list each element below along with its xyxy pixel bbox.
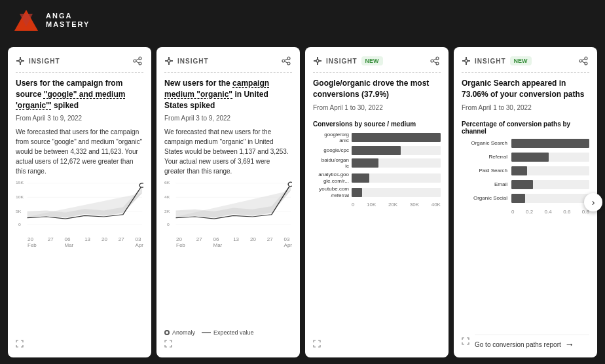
- svg-point-7: [139, 62, 141, 65]
- svg-point-45: [436, 62, 439, 65]
- card-1-x-axis: 20Feb 27 06Mar 13 20 27 03Apr: [16, 236, 143, 248]
- card-2-date: From April 3 to 9, 2022: [164, 115, 292, 122]
- card-1-body: We forecasted that users for the campaig…: [16, 127, 143, 176]
- h-bar-row-1: Organic Search: [462, 139, 589, 148]
- svg-line-27: [285, 59, 287, 60]
- card-2: INSIGHT New users for the campaign mediu…: [156, 47, 300, 357]
- bar-fill-1: [352, 133, 441, 142]
- svg-point-20: [139, 183, 143, 187]
- card-4-axis: 0 0.2 0.4 0.6 0.8: [462, 209, 589, 215]
- card-1-header-right: [132, 55, 143, 67]
- card-4: INSIGHT New Organic Search appeared in 7…: [454, 47, 597, 357]
- card-3-section-title: Conversions by source / medium: [313, 120, 441, 128]
- bar-label-3: baidu/organic: [313, 157, 349, 170]
- line-chart-svg-1: 15K 10K 5K 0: [16, 180, 143, 232]
- bar-track-1: [352, 133, 441, 142]
- card-3-axis: 0 10K 20K 30K 40K: [313, 202, 441, 208]
- anomaly-label: Anomaly: [172, 329, 195, 336]
- card-2-x-axis: 20Feb 27 06Mar 13 20 27 03Apr: [164, 236, 292, 248]
- card-3-bars: google/organic google/cpc baidu/organic: [313, 132, 441, 336]
- card-1-header-left: INSIGHT: [16, 56, 60, 65]
- h-bar-row-3: Paid Search: [462, 166, 589, 175]
- insight-label-3: INSIGHT: [326, 58, 358, 65]
- share-button-2[interactable]: [280, 55, 292, 67]
- bar-label-1: google/organic: [313, 132, 349, 144]
- fullscreen-button-2[interactable]: [164, 340, 172, 350]
- card-1-header: INSIGHT: [16, 55, 143, 67]
- card-4-header: INSIGHT New: [462, 55, 589, 67]
- bar-label-5: youtube.com/referral: [313, 186, 349, 198]
- svg-text:5K: 5K: [16, 209, 22, 213]
- expected-legend: Expected value: [202, 329, 254, 336]
- card-3-footer: [313, 340, 441, 350]
- share-button-3[interactable]: [429, 55, 441, 67]
- card-3-title: Google/organic drove the most conversion…: [313, 78, 441, 100]
- bar-row-4: analytics.google.com/r...: [313, 172, 441, 184]
- card-2-footer: [164, 340, 292, 350]
- fullscreen-icon-1: [16, 340, 24, 348]
- svg-point-26: [287, 62, 290, 65]
- fullscreen-button-4[interactable]: [462, 337, 469, 347]
- share-button-4[interactable]: [578, 55, 589, 67]
- h-bar-label-1: Organic Search: [462, 140, 507, 146]
- h-bar-fill-2: [511, 153, 549, 162]
- h-bar-label-3: Paid Search: [462, 168, 507, 173]
- bar-row-1: google/organic: [313, 132, 441, 144]
- insight-label-1: INSIGHT: [29, 58, 60, 65]
- h-bar-row-5: Organic Social: [462, 194, 589, 203]
- h-bar-fill-1: [511, 139, 589, 148]
- svg-point-24: [287, 57, 290, 60]
- svg-point-39: [288, 183, 292, 187]
- svg-point-5: [139, 57, 141, 60]
- card-4-section-title: Percentage of conversion paths by channe…: [462, 120, 589, 135]
- svg-line-46: [433, 59, 436, 60]
- svg-text:2K: 2K: [164, 209, 170, 213]
- goto-conversion-link[interactable]: Go to conversion paths report →: [475, 335, 589, 350]
- fullscreen-icon-3: [313, 340, 321, 348]
- card-3-header-left: INSIGHT New: [313, 56, 383, 65]
- bar-track-3: [352, 158, 441, 168]
- card-2-line-chart: 6K 4K 2K 0 20Feb 27 06Mar: [164, 180, 292, 327]
- svg-line-9: [136, 62, 139, 63]
- bar-track-2: [352, 146, 441, 155]
- fullscreen-button-3[interactable]: [313, 340, 321, 350]
- next-arrow-button[interactable]: ›: [584, 193, 602, 211]
- card-2-title: New users for the campaign medium "organ…: [164, 78, 292, 111]
- svg-point-6: [134, 60, 136, 62]
- svg-point-4: [19, 60, 22, 62]
- card-4-divider: [462, 72, 589, 73]
- expected-label: Expected value: [213, 329, 254, 336]
- card-3-date: From April 1 to 30, 2022: [313, 104, 441, 111]
- h-bar-row-4: Email: [462, 180, 589, 189]
- h-bar-fill-4: [511, 180, 533, 189]
- fullscreen-button-1[interactable]: [16, 340, 24, 350]
- share-icon-4: [579, 56, 588, 65]
- card-2-legend: Anomaly Expected value: [164, 329, 292, 336]
- card-1-chart: 15K 10K 5K 0: [16, 180, 143, 336]
- share-icon-1: [133, 56, 142, 65]
- bar-label-4: analytics.google.com/r...: [313, 172, 349, 184]
- share-icon-3: [430, 56, 439, 65]
- card-4-header-left: INSIGHT New: [462, 56, 532, 65]
- card-3-header: INSIGHT New: [313, 55, 441, 67]
- expected-line: [202, 332, 211, 333]
- svg-point-50: [465, 60, 468, 62]
- new-badge-4: New: [510, 56, 532, 65]
- card-4-goto-wrap: Go to conversion paths report →: [475, 335, 589, 350]
- h-bar-row-2: Referral: [462, 153, 589, 162]
- card-1-date: From April 3 to 9, 2022: [16, 115, 143, 122]
- h-bar-track-1: [511, 139, 589, 148]
- svg-point-51: [585, 57, 587, 60]
- header: ANGA MASTERY: [0, 0, 605, 41]
- bar-fill-5: [352, 188, 362, 197]
- insight-icon-2: [164, 56, 174, 65]
- h-bar-label-5: Organic Social: [462, 195, 507, 201]
- card-4-date: From April 1 to 30, 2022: [462, 104, 589, 111]
- card-3-chart: Conversions by source / medium google/or…: [313, 120, 441, 336]
- h-bar-track-4: [511, 180, 589, 189]
- logo-container: ANGA MASTERY: [13, 9, 90, 32]
- h-bar-label-4: Email: [462, 181, 507, 187]
- share-button-1[interactable]: [132, 55, 143, 67]
- anga-mastery-logo-icon: [13, 9, 39, 32]
- card-1-line-chart: 15K 10K 5K 0: [16, 180, 143, 336]
